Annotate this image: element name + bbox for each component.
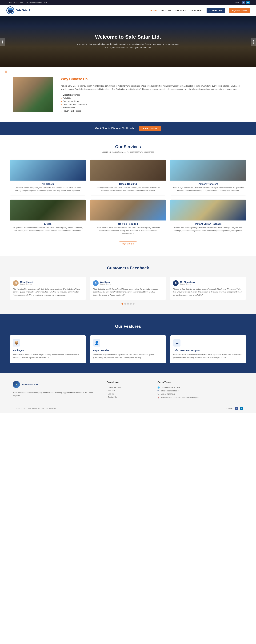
nav-services[interactable]: SERVICES	[175, 9, 186, 12]
reviewer-info-0: Milad Ahmed Google Reviews	[20, 281, 33, 285]
why-list-item: Transparency	[61, 106, 243, 109]
feedback-pagination	[9, 303, 247, 305]
feedback-section: Customers Feedback M Milad Ahmed Google …	[0, 256, 256, 314]
support-icon: ☁	[173, 339, 180, 346]
feature-card-packages: 📦 Packages Instant tailored packages cra…	[9, 335, 86, 363]
feedback-text-1: "Safe Safar Ltd. provided excellent E-Vi…	[93, 288, 163, 296]
call-now-button[interactable]: CALL US NOW	[139, 126, 161, 131]
footer-quicklinks-title: Quick Links	[107, 381, 149, 384]
why-image	[13, 77, 53, 112]
reviewer-name-2: Mr. Chowdhury	[180, 281, 195, 283]
footer-contact-col: Get In Touch 🌐 https://safesafarltd.co.u…	[157, 381, 243, 399]
reviewer-name-0: Milad Ahmed	[20, 281, 33, 283]
services-title: Our Services	[9, 144, 247, 149]
service-desc-airport: Arrive in style and comfort with Safe Sa…	[170, 186, 246, 192]
service-image-airport	[170, 160, 246, 180]
hero-title: Welcome to Safe Safar Ltd.	[75, 34, 181, 40]
logo-text-area: Safe Safar Ltd	[16, 9, 33, 12]
dot-4[interactable]	[130, 303, 132, 305]
features-grid: 📦 Packages Instant tailored packages cra…	[9, 335, 247, 363]
phone-number: +44 20 3488 7040	[9, 2, 23, 3]
service-name-hotel: Hotels Booking	[90, 182, 166, 185]
feedback-title: Customers Feedback	[9, 266, 247, 270]
nav-contact-button[interactable]: CONTACT US	[207, 8, 225, 13]
service-image-umrah	[170, 200, 246, 220]
nav-packages[interactable]: PACKAGES ▾	[190, 9, 203, 12]
hero-prev-button[interactable]: ❮	[0, 38, 5, 46]
dot-1[interactable]	[122, 303, 123, 305]
dot-2[interactable]	[124, 303, 126, 305]
hero-next-button[interactable]: ❯	[251, 38, 256, 46]
service-desc-air: Embark on a seamless journey with Safe S…	[10, 186, 86, 192]
footer-contact-phone: 📞 +44 20 3488 7040	[157, 392, 243, 396]
footer-contact-address: 📍 148 Martha St, London E1 2PG, United K…	[157, 396, 243, 399]
feedback-text-0: "Our hotel booking experience with Safe …	[13, 288, 83, 296]
why-list-item: Reliability	[61, 96, 243, 100]
why-list: Exceptional Service Reliability Competit…	[61, 93, 243, 112]
service-card-air: Air Tickets Embark on a seamless journey…	[9, 160, 86, 196]
feedback-text-2: "Choosing Safe Safar for our Instant Umr…	[173, 288, 243, 296]
packages-icon: 📦	[13, 339, 20, 346]
footer-bottom: Copyright © 2024. Safe Safar LTD | All R…	[13, 404, 243, 410]
reviewer-name-1: Qazi Islam	[100, 281, 111, 283]
nav-links: HOME ABOUT US SERVICES PACKAGES ▾ CONTAC…	[150, 8, 250, 13]
nav-home[interactable]: HOME	[150, 9, 157, 12]
navbar: Safe Safar Ltd HOME ABOUT US SERVICES PA…	[0, 5, 256, 16]
reviewer-top-2: C Mr. Chowdhury Google Review	[173, 280, 243, 286]
location-icon: 📍	[157, 396, 160, 399]
footer-links-list: Umrah Package About Us Booking Contact U…	[107, 386, 149, 399]
features-section: Our Features 📦 Packages Instant tailored…	[0, 314, 256, 373]
footer: 🌍 Safe Safar Ltd We're an independent tr…	[0, 373, 256, 414]
service-name-umrah: Instant Umrah Package	[170, 222, 246, 225]
service-name-evisa: E-Visa	[10, 222, 86, 225]
service-name-airport: Airport Transfers	[170, 182, 246, 185]
why-choose-section: Why Choose Us At Safe Safar Ltd, our jou…	[0, 67, 256, 122]
footer-facebook-icon[interactable]: f	[235, 407, 238, 410]
dot-3[interactable]	[127, 303, 129, 305]
footer-link-booking[interactable]: Booking	[107, 392, 149, 396]
reviewer-top-1: Q Qazi Islam Google Review	[93, 280, 163, 286]
reviewer-source-2: Google Review	[180, 283, 195, 285]
inquiries-button[interactable]: INQUIRIES NOW	[229, 8, 250, 13]
feature-desc-packages: Instant tailored packages crafted for yo…	[13, 353, 83, 359]
service-card-evisa: E-Visa Navigate visa procedures effortle…	[9, 200, 86, 238]
reviewer-avatar-1: Q	[93, 280, 99, 286]
why-title: Why Choose Us	[61, 77, 88, 82]
footer-connect-label: Connect:	[227, 408, 234, 410]
phone-icon: 📞	[157, 393, 160, 395]
service-desc-novisa: Unlock visa-free travel opportunities wi…	[90, 226, 166, 235]
services-grid: Air Tickets Embark on a seamless journey…	[9, 160, 247, 238]
footer-brand-name: Safe Safar Ltd	[22, 383, 38, 386]
why-image-placeholder	[13, 77, 53, 112]
footer-link-about[interactable]: About Us	[107, 389, 149, 392]
nav-about[interactable]: ABOUT US	[161, 9, 171, 12]
reviewer-source-0: Google Reviews	[20, 283, 33, 285]
reviewer-source-1: Google Review	[100, 283, 111, 285]
service-name-novisa: No Visa Required	[90, 222, 166, 225]
dot-5[interactable]	[133, 303, 134, 305]
email-icon: ✉	[157, 390, 160, 392]
facebook-icon[interactable]: f	[242, 1, 245, 4]
why-text: At Safe Safar Ltd, our journey began in …	[61, 84, 243, 91]
service-card-hotel: Hotels Booking Elevate your stay with Sa…	[90, 160, 166, 196]
footer-grid: 🌍 Safe Safar Ltd We're an independent tr…	[13, 381, 243, 399]
footer-copyright: Copyright © 2024. Safe Safar LTD | All R…	[13, 408, 57, 410]
top-bar-left: 📞 +44 20 3488 7040 ✉ info@safesafarltd.c…	[6, 2, 47, 4]
feedback-card-1: Q Qazi Islam Google Review "Safe Safar L…	[90, 277, 166, 300]
why-content: Why Choose Us At Safe Safar Ltd, our jou…	[61, 77, 243, 112]
feature-name-support: 24/7 Customer Support	[173, 349, 243, 352]
footer-brand-text-area: Safe Safar Ltd	[22, 383, 38, 386]
footer-linkedin-icon[interactable]: in	[240, 407, 243, 410]
linkedin-icon[interactable]: in	[247, 1, 250, 4]
footer-link-contact[interactable]: Contact Us	[107, 396, 149, 399]
footer-link-umrah[interactable]: Umrah Package	[107, 386, 149, 389]
footer-contact-list: 🌐 https://safesafarltd.co.uk ✉ info@safe…	[157, 386, 243, 399]
service-desc-umrah: Embark on a spiritual journey with Safe …	[170, 226, 246, 232]
service-image-air	[10, 160, 86, 180]
connect-label: Connect:	[234, 2, 241, 3]
logo-circle	[6, 6, 14, 14]
reviewer-avatar-0: M	[13, 280, 18, 286]
why-list-item: Competitive Pricing	[61, 100, 243, 103]
services-contact-button[interactable]: CONTACT US	[119, 242, 137, 246]
feature-card-support: ☁ 24/7 Customer Support Round-the-clock …	[170, 335, 247, 363]
